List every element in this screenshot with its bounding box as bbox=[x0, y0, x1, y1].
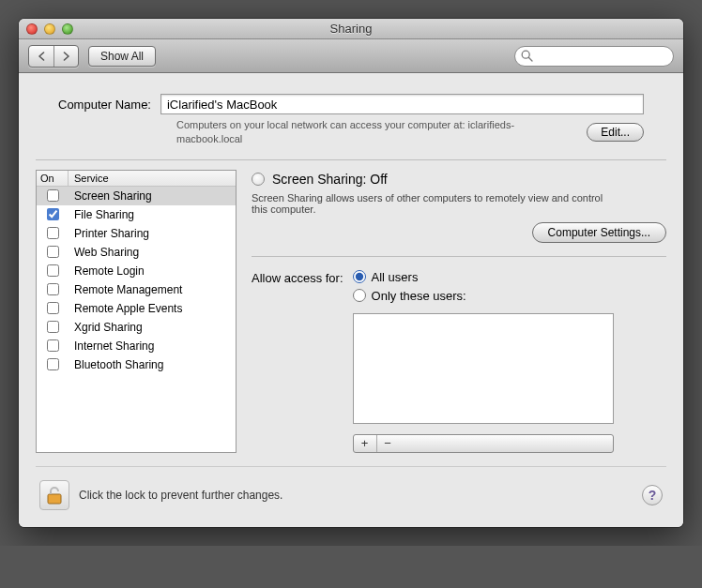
service-checkbox[interactable] bbox=[47, 302, 59, 314]
computer-name-subtext: Computers on your local network can acce… bbox=[176, 118, 575, 146]
status-description: Screen Sharing allows users of other com… bbox=[252, 192, 608, 215]
services-list: On Service Screen SharingFile SharingPri… bbox=[36, 170, 237, 453]
service-checkbox[interactable] bbox=[47, 264, 59, 277]
svg-rect-2 bbox=[48, 494, 61, 504]
service-row[interactable]: Screen Sharing bbox=[37, 187, 236, 205]
radio-only-users-text: Only these users: bbox=[372, 289, 466, 303]
minimize-window-button[interactable] bbox=[44, 23, 55, 35]
service-checkbox[interactable] bbox=[47, 321, 59, 333]
service-label: Printer Sharing bbox=[69, 227, 236, 240]
titlebar: Sharing bbox=[19, 19, 683, 39]
search-input[interactable] bbox=[514, 46, 674, 67]
window-title: Sharing bbox=[19, 22, 683, 36]
service-row[interactable]: Remote Login bbox=[37, 262, 236, 280]
chevron-left-icon bbox=[38, 52, 46, 61]
sharing-window: Sharing Show All Computer Name: Computer… bbox=[19, 19, 683, 527]
radio-all-users-label[interactable]: All users bbox=[353, 270, 614, 284]
close-window-button[interactable] bbox=[26, 23, 38, 35]
radio-only-users[interactable] bbox=[353, 289, 366, 302]
service-row[interactable]: Web Sharing bbox=[37, 243, 236, 262]
computer-name-input[interactable] bbox=[160, 94, 644, 114]
col-service: Service bbox=[69, 171, 236, 186]
service-label: Remote Login bbox=[69, 264, 236, 278]
service-label: Xgrid Sharing bbox=[69, 321, 236, 334]
service-row[interactable]: Printer Sharing bbox=[37, 224, 236, 243]
add-user-button[interactable]: + bbox=[354, 435, 376, 452]
col-on: On bbox=[37, 171, 69, 186]
status-row: Screen Sharing: Off bbox=[252, 172, 666, 187]
access-label: Allow access for: bbox=[252, 270, 343, 285]
show-all-button[interactable]: Show All bbox=[88, 46, 156, 67]
remove-user-button[interactable]: − bbox=[376, 435, 399, 452]
service-row[interactable]: Bluetooth Sharing bbox=[37, 355, 236, 374]
computer-name-label: Computer Name: bbox=[58, 98, 151, 112]
traffic-lights bbox=[26, 23, 73, 35]
service-label: File Sharing bbox=[69, 208, 236, 221]
footer: Click the lock to prevent further change… bbox=[36, 466, 666, 514]
services-header: On Service bbox=[37, 171, 236, 187]
lock-text: Click the lock to prevent further change… bbox=[79, 489, 633, 502]
divider bbox=[36, 159, 666, 160]
computer-name-row: Computer Name: bbox=[58, 94, 644, 114]
status-indicator-icon bbox=[252, 173, 265, 186]
add-remove-users: + − bbox=[353, 434, 614, 453]
service-checkbox[interactable] bbox=[47, 358, 59, 370]
service-row[interactable]: File Sharing bbox=[37, 205, 236, 224]
service-checkbox[interactable] bbox=[47, 189, 59, 202]
radio-all-users[interactable] bbox=[353, 270, 366, 283]
service-checkbox[interactable] bbox=[47, 339, 59, 352]
lock-button[interactable] bbox=[39, 480, 69, 510]
service-row[interactable]: Remote Apple Events bbox=[37, 299, 236, 318]
main-row: On Service Screen SharingFile SharingPri… bbox=[36, 170, 666, 453]
chevron-right-icon bbox=[62, 52, 70, 61]
service-label: Remote Management bbox=[69, 283, 236, 296]
status-title: Screen Sharing: Off bbox=[272, 172, 388, 187]
detail-panel: Screen Sharing: Off Screen Sharing allow… bbox=[252, 170, 666, 453]
zoom-window-button[interactable] bbox=[62, 23, 73, 35]
service-row[interactable]: Xgrid Sharing bbox=[37, 318, 236, 337]
users-listbox[interactable] bbox=[353, 313, 614, 424]
service-row[interactable]: Remote Management bbox=[37, 280, 236, 299]
forward-button[interactable] bbox=[53, 46, 78, 67]
back-button[interactable] bbox=[29, 46, 53, 67]
help-button[interactable]: ? bbox=[642, 485, 663, 505]
toolbar: Show All bbox=[19, 39, 683, 73]
access-row: Allow access for: All users Only these u… bbox=[252, 270, 666, 453]
service-label: Internet Sharing bbox=[69, 339, 236, 353]
edit-hostname-button[interactable]: Edit... bbox=[587, 123, 644, 142]
divider-detail bbox=[252, 256, 666, 257]
nav-back-forward bbox=[28, 45, 79, 68]
computer-name-sub: Computers on your local network can acce… bbox=[58, 118, 644, 146]
service-label: Screen Sharing bbox=[69, 189, 236, 203]
access-radios: All users Only these users: + − bbox=[353, 270, 614, 453]
service-checkbox[interactable] bbox=[47, 227, 59, 239]
radio-all-users-text: All users bbox=[372, 270, 419, 284]
service-checkbox[interactable] bbox=[47, 208, 59, 220]
service-row[interactable]: Internet Sharing bbox=[37, 337, 236, 355]
service-label: Remote Apple Events bbox=[69, 302, 236, 315]
radio-only-users-label[interactable]: Only these users: bbox=[353, 289, 614, 303]
service-checkbox[interactable] bbox=[47, 246, 59, 258]
service-label: Web Sharing bbox=[69, 246, 236, 259]
content: Computer Name: Computers on your local n… bbox=[19, 73, 683, 527]
lock-open-icon bbox=[45, 485, 64, 505]
computer-settings-button[interactable]: Computer Settings... bbox=[532, 222, 666, 243]
search-wrap bbox=[514, 46, 674, 67]
service-label: Bluetooth Sharing bbox=[69, 358, 236, 371]
service-checkbox[interactable] bbox=[47, 283, 59, 295]
